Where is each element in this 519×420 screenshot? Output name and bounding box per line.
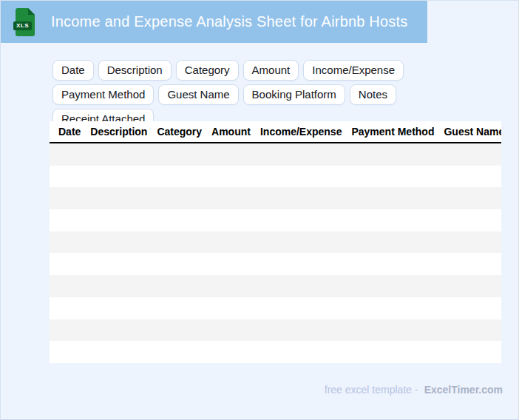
- table-row: [50, 187, 501, 209]
- table-row: [50, 143, 501, 166]
- footer: free excel template - ExcelTimer.com: [325, 384, 503, 396]
- table-row: [50, 319, 501, 342]
- column-header-category: Category: [157, 126, 202, 138]
- field-pill-description[interactable]: Description: [98, 60, 172, 81]
- table-row: [50, 341, 501, 363]
- folded-corner: [28, 8, 35, 15]
- table-row: [50, 275, 501, 297]
- field-pill-guest-name[interactable]: Guest Name: [158, 84, 238, 105]
- field-pill-booking-platform[interactable]: Booking Platform: [243, 84, 345, 105]
- spreadsheet-preview: DateDescriptionCategoryAmountIncome/Expe…: [50, 121, 501, 363]
- table-header-row: DateDescriptionCategoryAmountIncome/Expe…: [50, 121, 501, 143]
- table-body: [50, 143, 501, 363]
- column-header-description: Description: [90, 126, 147, 138]
- table-row: [50, 166, 501, 188]
- field-pill-date[interactable]: Date: [52, 60, 94, 81]
- column-header-date: Date: [58, 126, 81, 138]
- title-bar: XLS Income and Expense Analysis Sheet fo…: [1, 1, 427, 43]
- template-preview-page: XLS Income and Expense Analysis Sheet fo…: [0, 0, 519, 420]
- xls-badge: XLS: [13, 21, 32, 30]
- column-header-amount: Amount: [211, 126, 251, 138]
- footer-tagline: free excel template -: [325, 384, 418, 396]
- xls-file-icon: XLS: [16, 8, 35, 36]
- field-pill-payment-method[interactable]: Payment Method: [52, 84, 154, 105]
- column-header-payment-method: Payment Method: [351, 126, 434, 138]
- field-pill-notes[interactable]: Notes: [350, 84, 396, 105]
- brand-name: ExcelTimer.com: [424, 384, 503, 396]
- table-row: [50, 231, 501, 254]
- column-header-guest-name: Guest Name: [444, 126, 501, 138]
- table-row: [50, 209, 501, 231]
- field-pill-income-expense[interactable]: Income/Expense: [303, 60, 404, 81]
- field-pill-category[interactable]: Category: [176, 60, 239, 81]
- column-header-income-expense: Income/Expense: [260, 126, 342, 138]
- column-pill-list: DateDescriptionCategoryAmountIncome/Expe…: [52, 60, 496, 129]
- page-title: Income and Expense Analysis Sheet for Ai…: [51, 13, 408, 30]
- table-row: [50, 297, 501, 319]
- field-pill-amount[interactable]: Amount: [243, 60, 299, 81]
- table-row: [50, 253, 501, 275]
